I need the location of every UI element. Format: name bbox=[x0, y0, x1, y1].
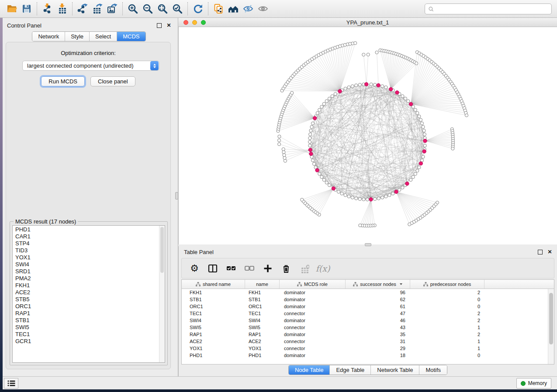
tab-network-table[interactable]: Network Table bbox=[371, 365, 419, 375]
clone-network-icon[interactable] bbox=[211, 2, 226, 16]
table-cell[interactable]: SWI5 bbox=[182, 324, 245, 331]
table-cell[interactable]: 1 bbox=[410, 338, 484, 345]
table-cell[interactable]: 18 bbox=[346, 352, 410, 359]
tab-node-table[interactable]: Node Table bbox=[289, 365, 330, 375]
table-cell[interactable]: dominator bbox=[280, 303, 346, 310]
table-cell[interactable]: 96 bbox=[346, 289, 410, 296]
table-cell[interactable]: 62 bbox=[346, 296, 410, 303]
table-cell[interactable]: 31 bbox=[346, 338, 410, 345]
task-history-button[interactable] bbox=[4, 378, 18, 389]
table-cell[interactable]: 43 bbox=[346, 324, 410, 331]
table-cell[interactable]: 47 bbox=[346, 310, 410, 317]
close-panel-icon[interactable] bbox=[166, 23, 172, 28]
mcds-result-item[interactable]: ORC1 bbox=[13, 303, 159, 310]
table-row[interactable]: SWI5SWI5connector431 bbox=[182, 324, 548, 331]
mcds-result-item[interactable]: CAR1 bbox=[13, 233, 159, 240]
mcds-result-item[interactable]: SWI4 bbox=[13, 261, 159, 268]
table-cell[interactable]: 1 bbox=[410, 324, 484, 331]
zoom-fit-icon[interactable] bbox=[155, 2, 170, 16]
memory-button[interactable]: Memory bbox=[516, 378, 551, 389]
mcds-result-item[interactable]: YOX1 bbox=[13, 254, 159, 261]
mcds-result-item[interactable]: FKH1 bbox=[13, 282, 159, 289]
search-input[interactable] bbox=[434, 5, 551, 14]
close-table-panel-icon[interactable] bbox=[547, 249, 553, 255]
table-row[interactable]: RAP1RAP1dominator352 bbox=[182, 331, 548, 338]
table-cell[interactable]: FKH1 bbox=[182, 289, 245, 296]
table-cell[interactable]: 61 bbox=[346, 303, 410, 310]
first-neighbors-icon[interactable] bbox=[226, 2, 241, 16]
table-cell[interactable]: 29 bbox=[346, 345, 410, 352]
refresh-icon[interactable] bbox=[190, 2, 205, 16]
run-mcds-button[interactable]: Run MCDS bbox=[41, 76, 85, 86]
mcds-result-item[interactable]: GCR1 bbox=[13, 338, 159, 345]
table-cell[interactable]: dominator bbox=[280, 331, 346, 338]
table-cell[interactable]: 1 bbox=[410, 345, 484, 352]
tab-edge-table[interactable]: Edge Table bbox=[330, 365, 371, 375]
table-cell[interactable]: ACE2 bbox=[182, 338, 245, 345]
float-panel-icon[interactable] bbox=[156, 23, 162, 28]
table-cell[interactable]: TEC1 bbox=[245, 310, 280, 317]
table-row[interactable]: SWI4SWI4dominator462 bbox=[182, 317, 548, 324]
mcds-result-item[interactable]: SWI5 bbox=[13, 324, 159, 331]
save-session-icon[interactable] bbox=[19, 2, 34, 16]
table-row[interactable]: TEC1TEC1connector472 bbox=[182, 310, 548, 317]
zoom-selected-icon[interactable] bbox=[170, 2, 185, 16]
table-cell[interactable]: 2 bbox=[410, 331, 484, 338]
network-canvas[interactable] bbox=[178, 27, 557, 244]
mcds-result-item[interactable]: STB1 bbox=[13, 317, 159, 324]
export-image-icon[interactable] bbox=[105, 2, 120, 16]
table-row[interactable]: PHD1PHD1dominator180 bbox=[182, 352, 548, 359]
table-cell[interactable]: connector bbox=[280, 324, 346, 331]
table-cell[interactable]: SWI4 bbox=[182, 317, 245, 324]
table-row[interactable]: ACE2ACE2connector311 bbox=[182, 338, 548, 345]
mcds-result-item[interactable]: RAP1 bbox=[13, 310, 159, 317]
mcds-result-item[interactable]: PHD1 bbox=[13, 226, 159, 233]
toggle-columns-icon[interactable] bbox=[206, 262, 219, 275]
table-cell[interactable]: 46 bbox=[346, 317, 410, 324]
table-cell[interactable]: PHD1 bbox=[245, 352, 280, 359]
table-cell[interactable]: ORC1 bbox=[182, 303, 245, 310]
mcds-result-item[interactable]: STB5 bbox=[13, 296, 159, 303]
export-network-icon[interactable] bbox=[75, 2, 90, 16]
select-all-icon[interactable] bbox=[225, 262, 238, 275]
table-scrollbar[interactable] bbox=[548, 289, 554, 364]
table-cell[interactable]: 2 bbox=[410, 289, 484, 296]
table-cell[interactable]: 0 bbox=[410, 352, 484, 359]
horizontal-splitter-handle[interactable] bbox=[365, 243, 371, 246]
mcds-result-item[interactable]: STP4 bbox=[13, 240, 159, 247]
table-cell[interactable]: 0 bbox=[410, 303, 484, 310]
mcds-result-item[interactable]: ACE2 bbox=[13, 289, 159, 296]
table-cell[interactable]: dominator bbox=[280, 317, 346, 324]
table-cell[interactable]: dominator bbox=[280, 289, 346, 296]
import-table-icon[interactable] bbox=[55, 2, 69, 16]
table-row[interactable]: FKH1FKH1dominator962 bbox=[182, 289, 548, 296]
table-cell[interactable]: PHD1 bbox=[182, 352, 245, 359]
vertical-splitter-handle[interactable] bbox=[175, 192, 178, 199]
table-row[interactable]: ORC1ORC1dominator610 bbox=[182, 303, 548, 310]
mcds-result-item[interactable]: SRD1 bbox=[13, 268, 159, 275]
table-cell[interactable]: 2 bbox=[410, 317, 484, 324]
close-panel-button[interactable]: Close panel bbox=[90, 76, 135, 86]
column-header-name[interactable]: name bbox=[245, 280, 280, 289]
column-header-predecessor-nodes[interactable]: predecessor nodes bbox=[410, 280, 484, 289]
column-header-shared-name[interactable]: shared name bbox=[182, 280, 245, 289]
table-cell[interactable]: 0 bbox=[410, 296, 484, 303]
zoom-out-icon[interactable] bbox=[140, 2, 155, 16]
table-cell[interactable]: STB1 bbox=[182, 296, 245, 303]
add-column-icon[interactable] bbox=[261, 262, 274, 275]
column-header-MCDS-role[interactable]: MCDS role bbox=[280, 280, 346, 289]
column-header-successor-nodes[interactable]: successor nodes bbox=[346, 280, 410, 289]
mcds-list-scrollbar[interactable] bbox=[159, 226, 165, 362]
table-cell[interactable]: SWI4 bbox=[245, 317, 280, 324]
tab-mcds[interactable]: MCDS bbox=[117, 32, 145, 41]
import-network-icon[interactable] bbox=[40, 2, 55, 16]
optimization-criterion-select[interactable]: largest connected component (undirected) bbox=[22, 61, 159, 71]
tab-style[interactable]: Style bbox=[65, 32, 90, 41]
zoom-in-icon[interactable] bbox=[125, 2, 140, 16]
table-cell[interactable]: RAP1 bbox=[245, 331, 280, 338]
hide-selected-icon[interactable] bbox=[241, 2, 256, 16]
open-session-icon[interactable] bbox=[4, 2, 19, 16]
delete-columns-icon[interactable] bbox=[280, 262, 293, 275]
tab-network[interactable]: Network bbox=[32, 32, 65, 41]
deselect-all-icon[interactable] bbox=[243, 262, 256, 275]
